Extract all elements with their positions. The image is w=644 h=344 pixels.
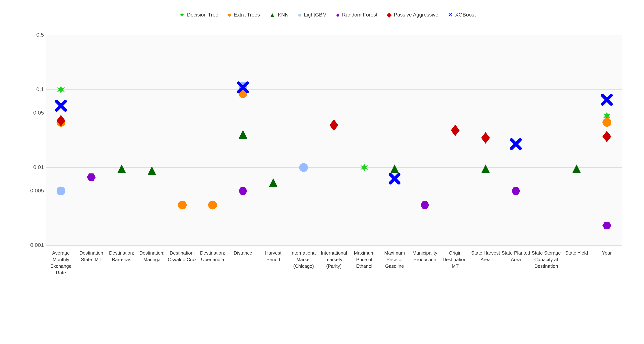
legend-label-lightgbm: LightGBM [304,12,327,18]
x-tick-label: Capacity at [534,257,558,262]
data-point [602,118,611,127]
x-tick-label: International [290,250,316,256]
x-tick-label: markety [326,257,342,262]
x-tick-label: MT [452,263,459,269]
x-tick-label: Area [511,257,521,262]
x-tick-label: Area [480,257,490,262]
y-tick-label: 0,005 [30,187,44,194]
y-tick-label: 0,1 [36,86,44,92]
x-tick-label: State Harvest [471,250,500,256]
legend-item-lightgbm: ●LightGBM [298,11,327,19]
legend-marker-lightgbm: ● [298,11,302,19]
chart-container: ✦Decision Tree●Extra Trees▲KNN●LightGBM●… [0,0,644,344]
x-tick-label: (Parity) [326,263,342,269]
svg-rect-0 [46,35,622,245]
data-point [178,201,186,209]
x-tick-label: Ethanol [356,263,372,269]
chart-area: 0,0010,0050,010,050,10,5AverageMonthlyEx… [22,24,633,306]
legend-item-passive-aggressive: ◆Passive Aggressive [386,11,438,19]
x-tick-label: Production [414,257,436,262]
x-tick-label: State Storage [532,250,561,256]
x-tick-label: Destination: [139,250,164,256]
legend-marker-random-forest: ● [336,11,340,19]
legend-label-random-forest: Random Forest [342,12,378,18]
legend-item-knn: ▲KNN [269,11,288,19]
legend-item-extra-trees: ●Extra Trees [228,11,260,19]
y-tick-label: 0,5 [36,32,44,38]
main-chart: 0,0010,0050,010,050,10,5AverageMonthlyEx… [22,24,633,306]
x-tick-label: Period [266,257,280,262]
plot-area: 0,0010,0050,010,050,10,5AverageMonthlyEx… [30,32,622,275]
x-tick-label: Maringa [144,257,160,262]
x-tick-label: Year [602,250,612,256]
x-tick-label: State Planted [502,250,530,256]
x-tick-label: Osvaldo Cruz [168,257,197,262]
x-tick-label: State: MT [81,257,102,262]
x-tick-label: Monthly [52,257,69,262]
data-point [208,201,217,209]
legend-item-xgboost: ✕XGBoost [448,11,476,19]
legend-marker-knn: ▲ [269,11,276,19]
legend-marker-passive-aggressive: ◆ [386,11,392,19]
legend-item-decision-tree: ✦Decision Tree [179,11,218,19]
x-tick-label: Destination [534,263,558,269]
x-tick-label: Destination: [442,257,468,262]
x-tick-label: Barreiras [112,257,131,262]
x-tick-label: Destination: [200,250,225,256]
x-tick-label: Harvest [265,250,282,256]
x-tick-label: Maximum [384,250,405,256]
x-tick-label: International [321,250,347,256]
x-tick-label: (Chicago) [293,263,314,269]
legend-marker-decision-tree: ✦ [179,11,185,19]
x-tick-label: Destination [79,250,103,256]
y-tick-label: 0,01 [33,164,44,170]
x-tick-label: Exchange [50,263,72,269]
x-tick-label: Maximum [354,250,375,256]
x-tick-label: State Yield [565,250,588,256]
legend: ✦Decision Tree●Extra Trees▲KNN●LightGBM●… [22,11,633,19]
x-tick-label: Rate [56,270,66,275]
legend-label-knn: KNN [278,12,288,18]
data-point [56,187,65,195]
y-tick-label: 0,001 [30,242,44,248]
data-point [299,163,308,172]
x-tick-label: Price of [386,257,403,262]
legend-label-passive-aggressive: Passive Aggressive [394,12,438,18]
x-tick-label: Uberlandia [201,257,224,262]
legend-label-extra-trees: Extra Trees [234,12,260,18]
legend-label-decision-tree: Decision Tree [187,12,218,18]
legend-item-random-forest: ●Random Forest [336,11,378,19]
x-tick-label: Market [296,257,311,262]
x-tick-label: Gasoline [385,263,404,269]
legend-label-xgboost: XGBoost [455,12,476,18]
x-tick-label: Origin [449,250,462,256]
y-tick-label: 0,05 [33,110,44,116]
x-tick-label: Destination: [170,250,195,256]
x-tick-label: Destination: [109,250,134,256]
legend-marker-xgboost: ✕ [448,11,453,19]
x-tick-label: Municipality [412,250,437,256]
x-tick-label: Price of [356,257,372,262]
x-tick-label: Average [52,250,70,256]
x-tick-label: Distance [234,250,252,256]
legend-marker-extra-trees: ● [228,11,232,19]
